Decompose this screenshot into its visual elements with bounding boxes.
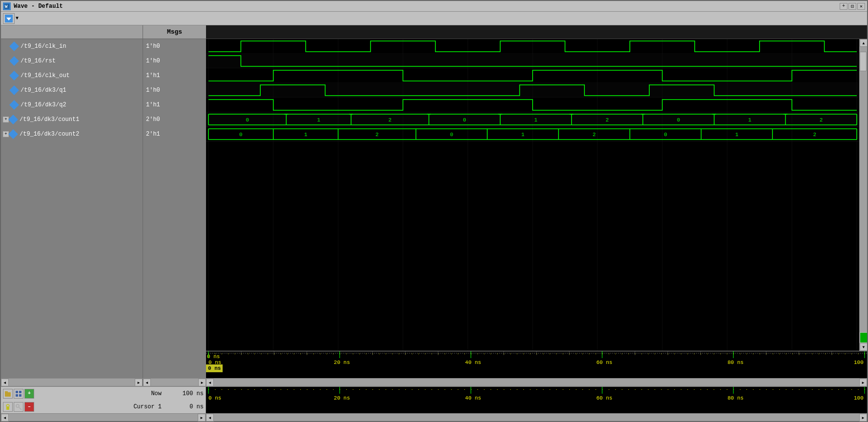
svg-rect-141: [254, 354, 255, 354]
svg-rect-327: [714, 389, 714, 390]
waveform-with-scrollbar: 012012012012012012 ▲ ▼: [206, 39, 867, 351]
svg-text:2: 2: [389, 117, 392, 123]
key-icon[interactable]: [14, 402, 23, 412]
svg-rect-268: [327, 389, 327, 390]
svg-rect-256: [248, 389, 248, 390]
folder-icon[interactable]: [3, 389, 13, 399]
hscroll-right-signal[interactable]: ►: [135, 379, 143, 386]
svg-rect-295: [504, 389, 504, 390]
svg-rect-333: [753, 389, 754, 390]
scroll-down-button[interactable]: ▼: [860, 343, 867, 351]
hscroll-left-msgs[interactable]: ◄: [143, 379, 151, 386]
svg-rect-308: [589, 389, 590, 390]
signal-icon: [9, 85, 19, 95]
bottom-timeline-svg: 0 ns20 ns40 ns60 ns80 ns100 ns: [206, 387, 867, 413]
svg-rect-192: [589, 354, 590, 354]
status-bar: + Now 100 ns – Cursor 1 0 ns: [1, 386, 867, 413]
bottom-hscroll-right[interactable]: ►: [198, 414, 206, 422]
svg-text:100 ns: 100 ns: [854, 395, 867, 401]
svg-rect-163: [399, 354, 399, 354]
svg-rect-207: [687, 354, 688, 354]
svg-rect-303: [556, 389, 557, 390]
close-window-button[interactable]: ✕: [857, 3, 865, 10]
svg-rect-266: [313, 389, 314, 390]
svg-rect-197: [622, 354, 622, 354]
svg-rect-280: [405, 389, 406, 390]
hscroll-left-wave[interactable]: ◄: [206, 379, 214, 386]
main-content: Msgs /t9_16/clk_in/t9_16/rst/t9_16/clk_o…: [1, 25, 867, 386]
svg-rect-159: [372, 354, 373, 354]
svg-text:40 ns: 40 ns: [465, 360, 481, 364]
signal-row[interactable]: /t9_16/rst: [1, 54, 143, 68]
svg-text:1: 1: [521, 132, 525, 138]
signal-row[interactable]: /t9_16/clk_in: [1, 39, 143, 54]
svg-rect-297: [517, 389, 517, 390]
svg-text:0 ns: 0 ns: [208, 360, 221, 364]
svg-rect-309: [596, 389, 596, 390]
scroll-thumb[interactable]: [860, 52, 867, 71]
svg-text:80 ns: 80 ns: [727, 360, 744, 364]
remove-icon[interactable]: –: [24, 402, 34, 412]
cursor-label: Cursor 1: [37, 403, 165, 410]
bottom-hscroll-wave-right[interactable]: ►: [859, 414, 867, 422]
toolbar-dropdown-button[interactable]: [3, 13, 15, 24]
svg-rect-278: [392, 389, 393, 390]
svg-rect-177: [491, 354, 491, 354]
svg-rect-193: [596, 354, 596, 354]
svg-rect-203: [661, 354, 661, 354]
svg-rect-329: [727, 389, 727, 390]
svg-rect-254: [235, 389, 235, 390]
svg-rect-285: [438, 389, 438, 390]
signal-icon: [8, 115, 18, 124]
signal-row[interactable]: /t9_16/dk3/q2: [1, 98, 143, 112]
restore-window-button[interactable]: ⊡: [848, 3, 856, 10]
svg-rect-326: [707, 389, 707, 390]
signal-row[interactable]: +/t9_16/dk3/count2: [1, 127, 143, 141]
grid-icon[interactable]: [14, 389, 23, 399]
signal-row[interactable]: /t9_16/clk_out: [1, 68, 143, 83]
svg-rect-181: [517, 354, 517, 354]
svg-rect-219: [766, 354, 766, 354]
svg-rect-164: [405, 354, 406, 354]
svg-rect-322: [681, 389, 682, 390]
svg-rect-176: [484, 354, 484, 354]
svg-rect-223: [792, 354, 793, 354]
add-window-button[interactable]: +: [840, 3, 847, 10]
window-title: Wave - Default: [14, 3, 840, 10]
svg-rect-246: [19, 394, 21, 397]
svg-rect-232: [851, 354, 852, 354]
svg-rect-183: [530, 354, 531, 354]
svg-rect-277: [386, 389, 386, 390]
svg-text:1: 1: [735, 132, 739, 138]
add-icon[interactable]: +: [24, 389, 34, 399]
svg-rect-245: [16, 394, 18, 397]
svg-rect-179: [504, 354, 504, 354]
svg-rect-165: [412, 354, 413, 354]
svg-rect-242: [5, 391, 8, 393]
msgs-header: Msgs: [143, 25, 206, 39]
bottom-hscroll-wave-left[interactable]: ◄: [206, 414, 214, 422]
hscroll-right-msgs[interactable]: ►: [198, 379, 206, 386]
bottom-hscroll-left[interactable]: ◄: [1, 414, 9, 422]
svg-rect-279: [399, 389, 399, 390]
lock-icon[interactable]: [3, 402, 13, 412]
hscroll-right-wave[interactable]: ►: [859, 379, 867, 386]
svg-rect-201: [648, 354, 648, 354]
signal-icon: [9, 56, 19, 66]
svg-text:0 ns: 0 ns: [208, 395, 221, 401]
svg-text:60 ns: 60 ns: [596, 395, 612, 401]
signal-row[interactable]: /t9_16/dk3/q1: [1, 83, 143, 98]
status-now-row: + Now 100 ns: [1, 387, 206, 400]
scroll-up-button[interactable]: ▲: [860, 39, 867, 47]
hscroll-left-signal[interactable]: ◄: [1, 379, 9, 386]
cursor-time-label: 0 ns: [206, 364, 223, 372]
svg-rect-261: [281, 389, 281, 390]
vertical-scrollbar: ▲ ▼: [859, 39, 867, 351]
svg-rect-190: [576, 354, 577, 354]
svg-rect-186: [550, 354, 550, 354]
svg-rect-172: [458, 354, 458, 354]
signal-name-label: /t9_16/dk3/q2: [21, 101, 66, 108]
svg-rect-292: [484, 389, 484, 390]
signal-row[interactable]: +/t9_16/dk3/count1: [1, 112, 143, 127]
svg-rect-263: [294, 389, 294, 390]
